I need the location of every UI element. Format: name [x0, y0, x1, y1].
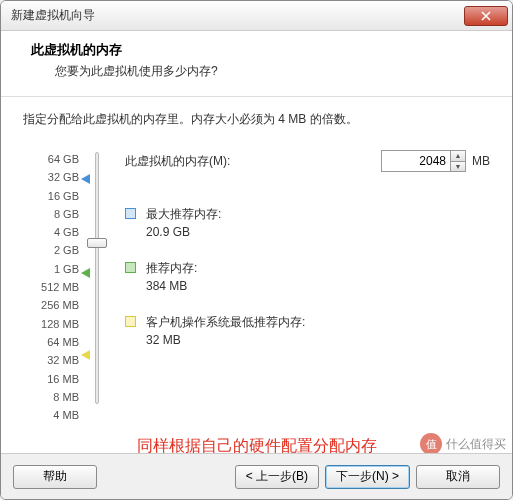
min-value: 32 MB	[146, 333, 305, 347]
cancel-button[interactable]: 取消	[416, 465, 500, 489]
scale-tick: 8 GB	[23, 205, 79, 223]
scale-tick: 16 GB	[23, 187, 79, 205]
next-button[interactable]: 下一步(N) >	[325, 465, 410, 489]
scale-tick: 64 GB	[23, 150, 79, 168]
page-subtitle: 您要为此虚拟机使用多少内存?	[31, 63, 496, 80]
scale-tick: 512 MB	[23, 278, 79, 296]
min-memory-block: 客户机操作系统最低推荐内存: 32 MB	[125, 314, 305, 347]
slider-thumb[interactable]	[87, 238, 107, 248]
spin-up-button[interactable]: ▲	[450, 150, 466, 161]
rec-memory-block: 推荐内存: 384 MB	[125, 260, 197, 293]
wizard-content: 指定分配给此虚拟机的内存里。内存大小必须为 4 MB 的倍数。 64 GB32 …	[1, 97, 512, 457]
scale-tick: 4 GB	[23, 223, 79, 241]
square-icon	[125, 208, 136, 219]
min-label: 客户机操作系统最低推荐内存:	[146, 314, 305, 331]
scale-tick: 1 GB	[23, 260, 79, 278]
square-icon	[125, 262, 136, 273]
memory-slider[interactable]	[79, 150, 115, 424]
scale-tick: 8 MB	[23, 388, 79, 406]
memory-input[interactable]	[381, 150, 451, 172]
titlebar: 新建虚拟机向导	[1, 1, 512, 31]
scale-tick: 32 MB	[23, 351, 79, 369]
memory-unit: MB	[472, 154, 490, 168]
memory-spinner: ▲ ▼	[381, 150, 466, 172]
scale-tick: 256 MB	[23, 296, 79, 314]
scale-tick: 2 GB	[23, 241, 79, 259]
page-title: 此虚拟机的内存	[31, 41, 496, 59]
wizard-footer: 帮助 < 上一步(B) 下一步(N) > 取消	[1, 453, 512, 499]
scale-tick: 128 MB	[23, 315, 79, 333]
rec-marker-icon	[81, 268, 90, 278]
slider-track	[95, 152, 99, 404]
max-memory-block: 最大推荐内存: 20.9 GB	[125, 206, 221, 239]
max-label: 最大推荐内存:	[146, 206, 221, 223]
window-title: 新建虚拟机向导	[11, 7, 464, 24]
scale-tick: 32 GB	[23, 168, 79, 186]
back-button[interactable]: < 上一步(B)	[235, 465, 319, 489]
memory-info: 此虚拟机的内存(M): ▲ ▼ MB 最大推荐内存: 20.9 GB	[115, 150, 490, 424]
square-icon	[125, 316, 136, 327]
memory-config-row: 64 GB32 GB16 GB8 GB4 GB2 GB1 GB512 MB256…	[23, 150, 490, 424]
wizard-header: 此虚拟机的内存 您要为此虚拟机使用多少内存?	[1, 31, 512, 97]
rec-value: 384 MB	[146, 279, 197, 293]
rec-label: 推荐内存:	[146, 260, 197, 277]
min-marker-icon	[81, 350, 90, 360]
max-value: 20.9 GB	[146, 225, 221, 239]
close-icon	[481, 11, 491, 21]
memory-scale: 64 GB32 GB16 GB8 GB4 GB2 GB1 GB512 MB256…	[23, 150, 79, 424]
instruction-text: 指定分配给此虚拟机的内存里。内存大小必须为 4 MB 的倍数。	[23, 111, 490, 128]
scale-tick: 64 MB	[23, 333, 79, 351]
wizard-dialog: 新建虚拟机向导 此虚拟机的内存 您要为此虚拟机使用多少内存? 指定分配给此虚拟机…	[0, 0, 513, 500]
close-button[interactable]	[464, 6, 508, 26]
scale-tick: 4 MB	[23, 406, 79, 424]
spin-down-button[interactable]: ▼	[450, 161, 466, 172]
max-marker-icon	[81, 174, 90, 184]
help-button[interactable]: 帮助	[13, 465, 97, 489]
scale-tick: 16 MB	[23, 370, 79, 388]
memory-label: 此虚拟机的内存(M):	[125, 153, 381, 170]
